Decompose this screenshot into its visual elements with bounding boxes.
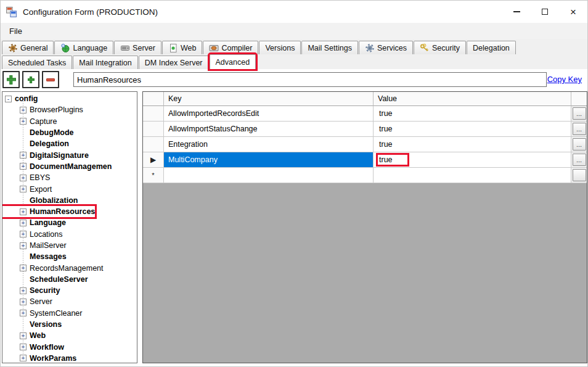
row-header-cell xyxy=(143,122,164,137)
tree-item[interactable]: Versions xyxy=(2,319,62,330)
globe-icon xyxy=(60,43,70,53)
expand-expander-icon[interactable]: + xyxy=(20,344,27,350)
tab-label: DM Index Server xyxy=(145,59,203,67)
tree-item[interactable]: Delegation xyxy=(2,138,69,149)
tree-item[interactable]: Globalization xyxy=(2,195,78,206)
tab-delegation[interactable]: Delegation xyxy=(467,41,516,54)
tree-item[interactable]: Messages xyxy=(2,251,67,262)
window-controls: × xyxy=(502,1,587,23)
close-button[interactable]: × xyxy=(559,1,587,23)
tab-label: Web xyxy=(181,44,196,52)
expand-expander-icon[interactable]: + xyxy=(20,310,27,316)
tree-item[interactable]: + Security xyxy=(2,285,60,296)
keys-icon xyxy=(420,43,430,53)
tree-item[interactable]: + Web xyxy=(2,330,46,341)
ellipsis-button[interactable]: ... xyxy=(573,138,586,151)
tab-security[interactable]: Security xyxy=(414,41,466,54)
tree-item[interactable]: + Locations xyxy=(2,229,63,240)
expand-expander-icon[interactable]: + xyxy=(20,118,27,125)
tree-item-label: MailServer xyxy=(30,241,67,250)
tree-item[interactable]: + HumanResources xyxy=(2,206,95,217)
tree-item[interactable]: DebugMode xyxy=(2,127,74,138)
tab-server[interactable]: Server xyxy=(114,41,161,54)
tree-item[interactable]: + DigitalSignature xyxy=(2,149,89,160)
expand-expander-icon[interactable]: + xyxy=(20,163,27,170)
tab-mail-integration[interactable]: Mail Integration xyxy=(73,56,137,69)
tab-mail-settings[interactable]: Mail Settings xyxy=(301,41,358,54)
expand-expander-icon[interactable]: + xyxy=(20,208,27,215)
remove-key-button[interactable] xyxy=(42,71,59,88)
value-cell[interactable]: true xyxy=(374,152,571,168)
tree-item[interactable]: + Capture xyxy=(2,116,57,127)
tab-strip: General Language Server Web Compiler Ver… xyxy=(1,39,587,69)
tab-services[interactable]: Services xyxy=(359,41,413,54)
tab-language[interactable]: Language xyxy=(54,41,113,54)
tab-scheduled-tasks[interactable]: Scheduled Tasks xyxy=(2,56,72,69)
column-header-key[interactable]: Key xyxy=(164,92,374,106)
collapse-expander-icon[interactable]: - xyxy=(5,96,12,102)
tab-dm-index-server[interactable]: DM Index Server xyxy=(139,56,209,69)
tab-label: Versions xyxy=(265,44,295,52)
add-key-button[interactable] xyxy=(2,71,20,88)
tab-versions[interactable]: Versions xyxy=(259,41,301,54)
tree-item[interactable]: + Workflow xyxy=(2,342,64,353)
tree-item-config[interactable]: - config xyxy=(2,93,38,104)
expand-expander-icon[interactable]: + xyxy=(20,175,27,181)
minimize-button[interactable] xyxy=(502,1,531,23)
tree-item[interactable]: + Language xyxy=(2,217,66,228)
tab-general[interactable]: General xyxy=(2,41,54,54)
button-cell: ... xyxy=(571,122,587,137)
tree-item[interactable]: + BrowserPlugins xyxy=(2,104,83,115)
value-cell[interactable] xyxy=(374,168,571,183)
tree-item[interactable]: + MailServer xyxy=(2,240,67,251)
grid-row[interactable]: Entegration true ... xyxy=(143,137,587,152)
expand-expander-icon[interactable]: + xyxy=(20,220,27,226)
tree-item[interactable]: + SystemCleaner xyxy=(2,308,82,319)
add-subkey-button[interactable] xyxy=(22,71,39,88)
column-header-value[interactable]: Value xyxy=(374,92,571,106)
tree-item[interactable]: + WorkParams xyxy=(2,353,76,363)
ellipsis-button[interactable]: ... xyxy=(573,154,586,166)
key-input[interactable] xyxy=(73,72,547,87)
key-cell[interactable] xyxy=(164,168,374,183)
expand-expander-icon[interactable]: + xyxy=(20,152,27,159)
expand-expander-icon[interactable]: + xyxy=(20,299,27,305)
tree-item[interactable]: + RecordsManagement xyxy=(2,262,104,273)
value-cell[interactable]: true xyxy=(374,122,571,137)
key-cell[interactable]: AllowImportedRecordsEdit xyxy=(164,106,374,122)
ellipsis-button[interactable] xyxy=(573,169,586,181)
expand-expander-icon[interactable]: + xyxy=(20,332,27,339)
tree-item-label: ScheduleServer xyxy=(30,275,88,284)
key-cell[interactable]: Entegration xyxy=(164,137,374,152)
tree-item[interactable]: + DocumentManagemen xyxy=(2,161,112,172)
ellipsis-button[interactable]: ... xyxy=(573,123,586,135)
grid-row[interactable]: * xyxy=(143,168,587,183)
value-cell[interactable]: true xyxy=(374,106,571,122)
tab-compiler[interactable]: Compiler xyxy=(203,41,258,54)
ellipsis-button[interactable]: ... xyxy=(573,107,586,120)
tab-advanced[interactable]: Advanced xyxy=(210,54,256,69)
tree-item[interactable]: + EBYS xyxy=(2,172,50,183)
expand-expander-icon[interactable]: + xyxy=(20,355,27,361)
grid-row[interactable]: AllowImportStatusChange true ... xyxy=(143,122,587,137)
tree-item[interactable]: + Server xyxy=(2,296,52,307)
expand-expander-icon[interactable]: + xyxy=(20,265,27,271)
tree-item[interactable]: + Export xyxy=(2,183,52,194)
grid-row[interactable]: AllowImportedRecordsEdit true ... xyxy=(143,106,587,122)
expand-expander-icon[interactable]: + xyxy=(20,186,27,192)
expand-expander-icon[interactable]: + xyxy=(20,242,27,249)
tree-item[interactable]: ScheduleServer xyxy=(2,274,88,285)
tab-label: Compiler xyxy=(221,44,252,52)
tab-label: Services xyxy=(377,44,407,52)
grid-row[interactable]: ▶ MultiCompany true ... xyxy=(143,152,587,168)
tab-web[interactable]: Web xyxy=(162,41,202,54)
expand-expander-icon[interactable]: + xyxy=(20,107,27,113)
menu-file[interactable]: File xyxy=(4,27,27,36)
value-cell[interactable]: true xyxy=(374,137,571,152)
key-cell[interactable]: AllowImportStatusChange xyxy=(164,122,374,137)
key-cell[interactable]: MultiCompany xyxy=(164,152,374,168)
expand-expander-icon[interactable]: + xyxy=(20,231,27,237)
copy-key-link[interactable]: Copy Key xyxy=(547,75,582,84)
expand-expander-icon[interactable]: + xyxy=(20,287,27,294)
maximize-button[interactable] xyxy=(531,1,559,23)
